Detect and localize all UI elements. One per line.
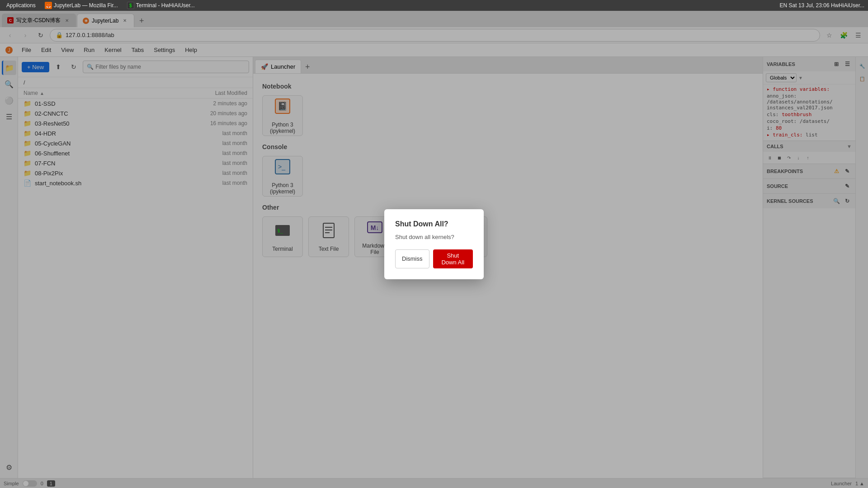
modal-title: Shut Down All? (395, 220, 473, 228)
taskbar-terminal-label: Terminal - HwHiAiUser... (136, 2, 195, 9)
modal-buttons: Dismiss Shut Down All (395, 249, 473, 268)
taskbar-right: EN Sat 13 Jul, 23:06 HwHiAiUser... (780, 2, 864, 9)
firefox-icon: 🦊 (45, 2, 52, 9)
taskbar-terminal[interactable]: $ Terminal - HwHiAiUser... (124, 1, 198, 10)
taskbar-apps-menu[interactable]: Applications (4, 1, 38, 9)
dismiss-button[interactable]: Dismiss (395, 249, 429, 268)
shutdown-modal: Shut Down All? Shut down all kernels? Di… (384, 209, 484, 279)
taskbar-status: EN Sat 13 Jul, 23:06 HwHiAiUser... (780, 2, 864, 9)
modal-overlay: Shut Down All? Shut down all kernels? Di… (0, 0, 868, 488)
os-taskbar: Applications 🦊 JupyterLab — Mozilla Fir.… (0, 0, 868, 11)
taskbar-left: Applications 🦊 JupyterLab — Mozilla Fir.… (4, 1, 198, 10)
apps-label: Applications (6, 2, 36, 9)
terminal-taskbar-icon: $ (127, 2, 134, 9)
modal-body: Shut down all kernels? (395, 234, 473, 240)
shutdown-all-button[interactable]: Shut Down All (433, 249, 473, 268)
taskbar-firefox[interactable]: 🦊 JupyterLab — Mozilla Fir... (42, 1, 121, 10)
taskbar-firefox-label: JupyterLab — Mozilla Fir... (54, 2, 118, 9)
